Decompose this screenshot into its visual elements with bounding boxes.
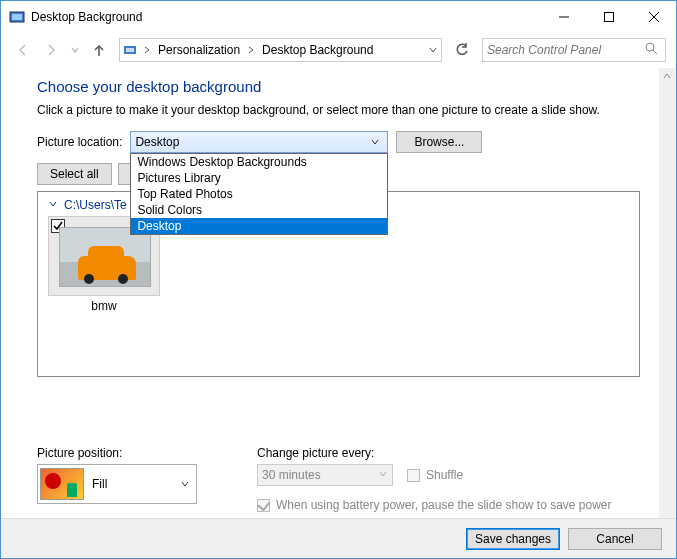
chevron-right-icon[interactable] [244,46,258,54]
battery-checkbox [257,499,270,512]
search-icon[interactable] [645,42,661,58]
shuffle-checkbox [407,469,420,482]
picture-location-label: Picture location: [37,135,122,149]
picture-position-label: Picture position: [37,446,227,460]
change-picture-label: Change picture every: [257,446,640,460]
select-all-button[interactable]: Select all [37,163,112,185]
breadcrumb-segment[interactable]: Personalization [154,43,244,57]
shuffle-label: Shuffle [426,468,463,482]
window-title: Desktop Background [31,10,541,24]
forward-button[interactable] [39,38,63,62]
address-dropdown-button[interactable] [423,45,441,55]
scroll-up-button[interactable] [659,68,675,84]
refresh-button[interactable] [450,38,474,62]
recent-locations-button[interactable] [67,38,83,62]
picture-location-dropdown: Windows Desktop Backgrounds Pictures Lib… [130,153,388,235]
maximize-button[interactable] [586,1,631,32]
picture-position-combo[interactable]: Fill [37,464,197,504]
chevron-down-icon [378,468,388,482]
picture-location-combo[interactable]: Desktop Windows Desktop Backgrounds Pict… [130,131,388,153]
footer: Save changes Cancel [1,518,676,558]
up-button[interactable] [87,38,111,62]
page-subtext: Click a picture to make it your desktop … [37,103,640,117]
expand-icon[interactable] [48,198,60,212]
address-bar[interactable]: Personalization Desktop Background [119,38,442,62]
cancel-button[interactable]: Cancel [568,528,662,550]
svg-rect-8 [126,48,134,52]
save-changes-button[interactable]: Save changes [466,528,560,550]
page-heading: Choose your desktop background [37,78,640,95]
position-preview-icon [40,468,84,500]
content-area: Choose your desktop background Click a p… [1,68,676,558]
minimize-button[interactable] [541,1,586,32]
chevron-down-icon [367,137,383,147]
browse-button[interactable]: Browse... [396,131,482,153]
combo-value: Fill [92,477,176,491]
navigation-row: Personalization Desktop Background [1,32,676,68]
chevron-down-icon [176,479,194,489]
thumbnail-image [59,227,151,287]
svg-rect-1 [12,14,22,20]
chevron-right-icon[interactable] [140,46,154,54]
dropdown-option[interactable]: Pictures Library [131,170,387,186]
folder-path[interactable]: C:\Users\Te [64,198,127,212]
dropdown-option[interactable]: Top Rated Photos [131,186,387,202]
vertical-scrollbar[interactable] [659,68,675,518]
search-input[interactable] [487,43,645,57]
titlebar: Desktop Background [1,1,676,32]
search-box[interactable] [482,38,666,62]
svg-point-9 [646,43,654,51]
dropdown-option[interactable]: Windows Desktop Backgrounds [131,154,387,170]
thumbnail-name: bmw [48,299,160,313]
close-button[interactable] [631,1,676,32]
dropdown-option-selected[interactable]: Desktop [131,218,387,234]
combo-value: Desktop [135,135,367,149]
address-icon [120,43,140,57]
combo-value: 30 minutes [262,468,378,482]
svg-rect-3 [604,12,613,21]
dropdown-option[interactable]: Solid Colors [131,202,387,218]
svg-line-10 [653,50,657,54]
breadcrumb-segment[interactable]: Desktop Background [258,43,377,57]
battery-label: When using battery power, pause the slid… [276,498,612,512]
interval-combo: 30 minutes [257,464,393,486]
back-button[interactable] [11,38,35,62]
app-icon [9,9,25,25]
